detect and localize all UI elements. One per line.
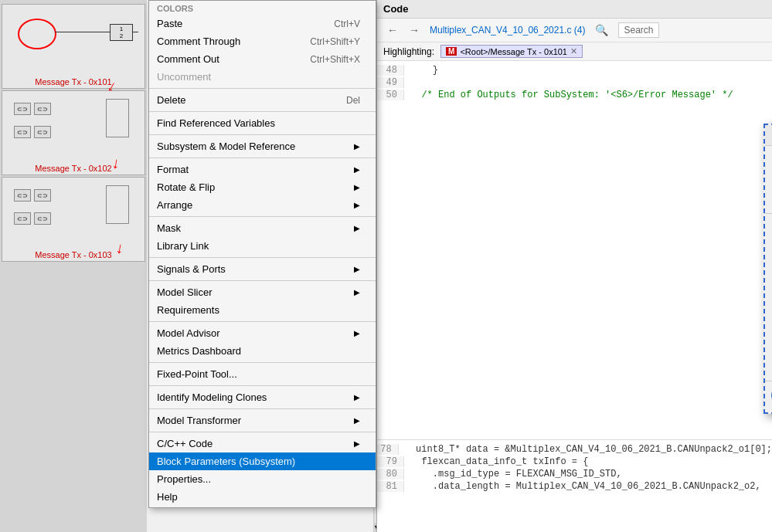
forward-button[interactable]: → bbox=[405, 22, 423, 39]
submenu-arrow-icon: ▶ bbox=[354, 329, 360, 337]
menu-separator bbox=[149, 257, 376, 258]
block-item[interactable]: ⊂⊃ ⊂⊃ ⊂⊃ ⊂⊃ Message Tx - 0x103 bbox=[2, 177, 145, 262]
menu-item-comment-through[interactable]: Comment Through Ctrl+Shift+Y bbox=[149, 32, 376, 50]
menu-item-fixed-point-tool[interactable]: Fixed-Point Tool... bbox=[149, 365, 376, 383]
menu-separator bbox=[149, 216, 376, 217]
block-label-1: Message Tx - 0x101 bbox=[2, 77, 145, 86]
menu-item-properties[interactable]: Properties... bbox=[149, 470, 376, 488]
menu-item-requirements[interactable]: Requirements bbox=[149, 301, 376, 319]
dialog-tabs: Main Code Generation Subsystem Reference bbox=[765, 191, 772, 214]
dialog-titlebar: Block Parameters: Message Tx - 0x101 ✕ bbox=[765, 125, 772, 146]
search-icon[interactable]: 🔍 bbox=[591, 22, 612, 39]
menu-separator bbox=[149, 408, 376, 409]
code-line: 49 bbox=[377, 76, 772, 89]
menu-item-block-parameters[interactable]: Block Parameters (Subsystem) bbox=[149, 452, 376, 470]
code-header: Code bbox=[377, 0, 772, 19]
block-parameters-dialog: Block Parameters: Message Tx - 0x101 ✕ S… bbox=[763, 124, 772, 414]
menu-item-comment-out[interactable]: Comment Out Ctrl+Shift+X bbox=[149, 50, 376, 68]
menu-item-find-ref-vars[interactable]: Find Referenced Variables bbox=[149, 114, 376, 132]
right-panel: Code ← → Multiplex_CAN_V4_10_06_2021.c (… bbox=[376, 0, 772, 532]
menu-separator bbox=[149, 134, 376, 135]
submenu-arrow-icon: ▶ bbox=[354, 393, 360, 402]
menu-item-delete[interactable]: Delete Del bbox=[149, 91, 376, 109]
block-label-3: Message Tx - 0x103 bbox=[2, 250, 145, 259]
dialog-description: Select the settings for the subsystem bl… bbox=[765, 164, 772, 191]
highlighting-label: Highlighting: bbox=[383, 46, 434, 57]
block-label-2: Message Tx - 0x102 bbox=[2, 164, 145, 173]
search-label: Search bbox=[624, 25, 653, 36]
menu-item-arrange[interactable]: Arrange ▶ bbox=[149, 196, 376, 214]
highlight-tag-text: <Root>/Message Tx - 0x101 bbox=[460, 47, 567, 56]
submenu-arrow-icon: ▶ bbox=[354, 165, 360, 174]
menu-item-rotate-flip[interactable]: Rotate & Flip ▶ bbox=[149, 178, 376, 196]
dialog-footer: ? OK Cancel Help Apply bbox=[765, 381, 772, 412]
code-content-bottom: 78 uint8_T* data = &Multiplex_CAN_V4_10_… bbox=[377, 440, 772, 532]
menu-item-cpp-code[interactable]: C/C++ Code ▶ bbox=[149, 435, 376, 452]
menu-separator bbox=[149, 385, 376, 386]
menu-separator bbox=[149, 88, 376, 89]
menu-separator bbox=[149, 362, 376, 363]
submenu-arrow-icon: ▶ bbox=[354, 265, 360, 273]
submenu-arrow-icon: ▶ bbox=[354, 288, 360, 296]
submenu-arrow-icon: ▶ bbox=[354, 183, 360, 191]
menu-item-metrics-dashboard[interactable]: Metrics Dashboard bbox=[149, 342, 376, 360]
submenu-arrow-icon: ▶ bbox=[354, 201, 360, 209]
back-button[interactable]: ← bbox=[383, 22, 402, 39]
block-item[interactable]: ⊂⊃ ⊂⊃ ⊂⊃ ⊂⊃ Message Tx - 0x102 bbox=[2, 90, 145, 175]
context-menu[interactable]: Colors Paste Ctrl+V Comment Through Ctrl… bbox=[148, 0, 376, 508]
menu-item-model-advisor[interactable]: Model Advisor ▶ bbox=[149, 324, 376, 342]
code-content: 48 } 49 50 /* End of Outputs for SubSyst… bbox=[377, 61, 772, 185]
code-line: 80 .msg_id_type = FLEXCAN_MSG_ID_STD, bbox=[377, 468, 772, 480]
bottom-code-content: 78 uint8_T* data = &Multiplex_CAN_V4_10_… bbox=[377, 439, 772, 532]
submenu-arrow-icon: ▶ bbox=[354, 142, 360, 151]
m-badge: M bbox=[446, 47, 457, 56]
menu-separator bbox=[149, 321, 376, 322]
menu-item-library-link[interactable]: Library Link bbox=[149, 237, 376, 255]
highlighting-bar: Highlighting: M <Root>/Message Tx - 0x10… bbox=[377, 42, 772, 61]
code-line: 50 /* End of Outputs for SubSystem: '<S6… bbox=[377, 89, 772, 101]
submenu-arrow-icon: ▶ bbox=[354, 416, 360, 425]
menu-separator bbox=[149, 280, 376, 281]
code-line: 79 flexcan_data_info_t txInfo = { bbox=[377, 456, 772, 468]
menu-item-subsystem-model-ref[interactable]: Subsystem & Model Reference ▶ bbox=[149, 137, 376, 155]
code-line: 48 } bbox=[377, 64, 772, 76]
menu-separator bbox=[149, 432, 376, 432]
code-line: 78 uint8_T* data = &Multiplex_CAN_V4_10_… bbox=[377, 443, 772, 456]
menu-item-model-transformer[interactable]: Model Transformer ▶ bbox=[149, 412, 376, 429]
close-icon[interactable]: ✕ bbox=[570, 46, 577, 56]
menu-item-model-slicer[interactable]: Model Slicer ▶ bbox=[149, 283, 376, 301]
left-panel: 12 Message Tx - 0x101 ⊂⊃ ⊂⊃ ⊂⊃ ⊂⊃ Messag… bbox=[0, 0, 147, 532]
menu-item-paste[interactable]: Paste Ctrl+V bbox=[149, 15, 376, 32]
code-line: 81 .data_length = Multiplex_CAN_V4_10_06… bbox=[377, 480, 772, 493]
submenu-arrow-icon: ▶ bbox=[354, 224, 360, 232]
highlight-tag: M <Root>/Message Tx - 0x101 ✕ bbox=[440, 45, 583, 58]
menu-item-help[interactable]: Help bbox=[149, 488, 376, 506]
dialog-section-title: Subsystem bbox=[765, 146, 772, 164]
submenu-arrow-icon: ▶ bbox=[354, 439, 360, 448]
search-box[interactable]: Search bbox=[618, 22, 658, 38]
block-item[interactable]: 12 Message Tx - 0x101 bbox=[2, 4, 145, 89]
file-path[interactable]: Multiplex_CAN_V4_10_06_2021.c (4) bbox=[430, 25, 585, 36]
dialog-body: Function packaging: Nonreusable function… bbox=[765, 214, 772, 381]
menu-item-identify-modeling-clones[interactable]: Identify Modeling Clones ▶ bbox=[149, 388, 376, 406]
code-toolbar: ← → Multiplex_CAN_V4_10_06_2021.c (4) 🔍 … bbox=[377, 19, 772, 42]
menu-item-format[interactable]: Format ▶ bbox=[149, 161, 376, 178]
menu-header: Colors bbox=[149, 2, 376, 15]
menu-separator bbox=[149, 158, 376, 158]
menu-item-mask[interactable]: Mask ▶ bbox=[149, 219, 376, 237]
menu-item-uncomment: Uncomment bbox=[149, 68, 376, 86]
menu-separator bbox=[149, 111, 376, 112]
menu-item-signals-ports[interactable]: Signals & Ports ▶ bbox=[149, 260, 376, 278]
